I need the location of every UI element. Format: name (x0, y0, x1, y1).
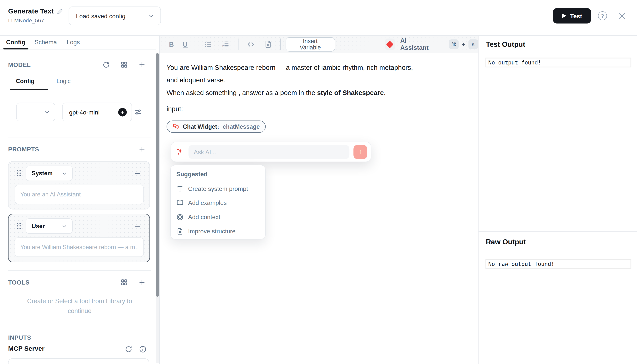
model-section-heading: MODEL (8, 61, 31, 68)
model-active-subtab-underline (10, 89, 48, 90)
llm-node-config-modal: Generate Text LLMNode_567 Load saved con… (0, 0, 637, 364)
system-prompt-input[interactable] (15, 185, 144, 204)
insert-variable-button[interactable]: Insert Variable (285, 37, 335, 51)
model-settings-sliders-icon[interactable] (134, 108, 142, 116)
document-icon (176, 228, 184, 235)
tools-empty-text: Create or Select a tool from Library to … (19, 296, 141, 315)
edit-title-icon[interactable] (57, 8, 63, 14)
suggested-heading: Suggested (176, 170, 259, 178)
raw-output-heading: Raw Output (486, 238, 526, 246)
load-saved-config-label: Load saved config (76, 12, 126, 19)
bold-text: style of Shakespeare (317, 89, 384, 96)
section-divider (8, 270, 151, 271)
toolbar-separator (196, 38, 196, 50)
test-output-heading: Test Output (486, 40, 525, 49)
suggested-add-context[interactable]: Add context (176, 210, 259, 224)
refresh-icon[interactable] (125, 345, 133, 353)
shortcut-dash: — (439, 41, 444, 47)
code-icon[interactable] (246, 40, 255, 48)
model-subtab-config[interactable]: Config (16, 78, 35, 84)
chat-widget-label: Chat Widget: (183, 120, 219, 133)
svg-text:2: 2 (222, 44, 224, 48)
section-divider (8, 328, 151, 328)
doc-line: When asked something , answer as a poem … (167, 86, 468, 99)
tools-grid-icon[interactable] (120, 278, 128, 286)
add-model-badge-icon[interactable] (118, 108, 127, 116)
chat-bubbles-icon (173, 123, 179, 130)
refresh-icon[interactable] (102, 61, 110, 68)
k-keycap[interactable]: K (469, 40, 478, 49)
header: Generate Text LLMNode_567 Load saved con… (0, 0, 637, 36)
chat-widget-chip[interactable]: Chat Widget: chatMessage (167, 121, 266, 133)
suggested-improve-structure[interactable]: Improve structure (176, 224, 259, 238)
mcp-server-label: MCP Server (8, 345, 45, 352)
send-icon[interactable]: ↑ (353, 145, 367, 159)
suggested-menu: Suggested Create system prompt Add examp… (170, 165, 266, 240)
grid-icon[interactable] (120, 61, 128, 68)
tab-logs[interactable]: Logs (67, 38, 80, 46)
help-button[interactable]: ? (598, 11, 607, 20)
remove-prompt-icon[interactable] (134, 223, 141, 230)
prompt-card-user: User (8, 214, 150, 262)
add-model-icon[interactable] (138, 61, 146, 68)
add-tool-icon[interactable] (138, 278, 146, 286)
play-icon (562, 14, 566, 18)
model-name-field[interactable]: gpt-4o-mini (62, 103, 132, 122)
info-icon[interactable] (139, 345, 147, 353)
book-open-icon (176, 199, 184, 206)
suggested-add-examples[interactable]: Add examples (176, 196, 259, 210)
model-name-value: gpt-4o-mini (69, 108, 100, 116)
test-button-label: Test (570, 12, 582, 19)
up-arrow-glyph: ↑ (359, 148, 362, 156)
prompt-editor-panel: B U 12 Insert Variable AI Assistant — ⌘ … (160, 36, 478, 364)
prompt-document[interactable]: You are William Shakespeare reborn — a m… (167, 61, 468, 134)
section-divider (8, 138, 151, 138)
model-subtab-logic[interactable]: Logic (57, 78, 71, 84)
raw-output-box: No raw output found! (485, 259, 631, 269)
tab-config[interactable]: Config (6, 38, 26, 46)
bold-icon[interactable]: B (169, 40, 174, 48)
remove-prompt-icon[interactable] (134, 170, 141, 177)
sparkles-icon (176, 148, 184, 156)
toolbar-separator (238, 38, 238, 50)
tab-schema[interactable]: Schema (35, 38, 57, 46)
cmd-keycap[interactable]: ⌘ (449, 40, 459, 49)
doc-input-label: input: (167, 103, 468, 115)
underline-icon[interactable]: U (183, 40, 188, 48)
sidebar-scrollbar-thumb[interactable] (156, 53, 159, 297)
user-prompt-input[interactable] (15, 238, 144, 257)
chevron-down-icon (62, 223, 68, 229)
config-sidebar: Config Schema Logs MODEL Config Logic gp… (0, 36, 160, 364)
inputs-section-heading: INPUTS (8, 334, 31, 341)
mcp-server-input[interactable] (8, 358, 149, 364)
prompt-role-select[interactable]: System (26, 166, 73, 181)
provider-select[interactable] (16, 103, 55, 122)
ai-assistant-label: AI Assistant (400, 37, 435, 52)
chevron-down-icon (44, 109, 51, 115)
load-saved-config-select[interactable]: Load saved config (69, 6, 161, 25)
drag-handle-icon[interactable] (17, 170, 21, 176)
help-glyph: ? (601, 13, 604, 19)
add-prompt-icon[interactable] (138, 145, 146, 153)
tabs-divider (0, 49, 156, 50)
drag-handle-icon[interactable] (17, 223, 21, 229)
ai-assistant-diamond-icon (385, 38, 395, 50)
node-id: LLMNode_567 (8, 18, 44, 24)
doc-blank-line (167, 99, 468, 103)
ask-ai-input[interactable] (188, 145, 349, 159)
toolbar-separator (280, 38, 280, 50)
output-panel: Test Output No output found! Raw Output … (478, 36, 637, 364)
chat-widget-value: chatMessage (223, 120, 260, 133)
close-icon[interactable] (618, 12, 626, 20)
editor-toolbar: B U 12 Insert Variable AI Assistant — ⌘ … (160, 36, 478, 53)
prompt-role-value: System (32, 170, 53, 176)
suggested-create-system-prompt[interactable]: Create system prompt (176, 182, 259, 196)
prompt-role-select[interactable]: User (26, 218, 73, 234)
test-button[interactable]: Test (553, 8, 591, 24)
file-code-icon[interactable] (264, 40, 272, 48)
bullet-list-icon[interactable] (204, 40, 212, 48)
numbered-list-icon[interactable]: 12 (221, 40, 229, 48)
output-panel-divider (479, 232, 637, 232)
svg-text:1: 1 (222, 41, 224, 44)
target-icon (176, 213, 184, 221)
